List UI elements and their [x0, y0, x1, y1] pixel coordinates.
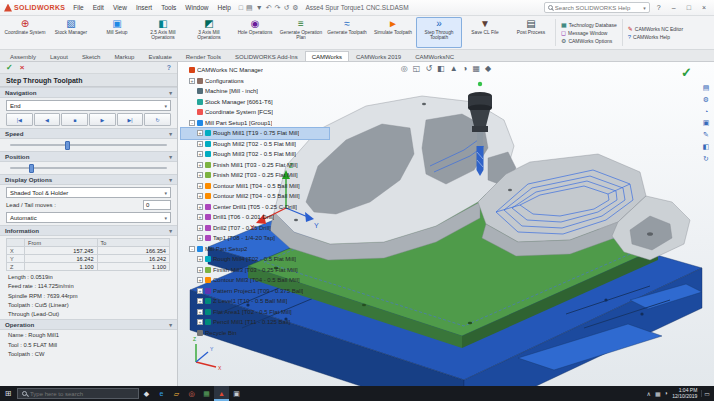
ribbon-button[interactable]: ▼ Save CL File	[462, 17, 508, 48]
help-search-input[interactable]	[555, 5, 641, 11]
action-center-icon[interactable]: ▭	[701, 390, 710, 397]
menu-item[interactable]: Tools	[157, 3, 180, 12]
graphics-viewport[interactable]: X Y Z Z X Y ◎◱↺◧▲◑▦◆ ✓ ▤⚙◔▣✎◧↻	[178, 62, 714, 386]
tree-expander[interactable]: +	[197, 235, 203, 241]
tree-item[interactable]: + Finish Mill3 [T03 - 0.25 Flat Mill]	[181, 265, 329, 276]
ribbon-button[interactable]: ◉ Hole Operations	[232, 17, 278, 48]
tree-item[interactable]: + Rough Mill2 [T02 - 0.5 Flat Mill]	[181, 139, 329, 150]
quick-access-icon[interactable]: ⚙	[292, 4, 298, 12]
tree-expander[interactable]: +	[197, 172, 203, 178]
quick-access-icon[interactable]: ▼	[256, 4, 263, 11]
right-toolbar-icon[interactable]: ▤	[703, 84, 710, 92]
menu-item[interactable]: File	[69, 3, 87, 12]
view-toolbar-icon[interactable]: ▲	[450, 64, 458, 73]
section-display-options[interactable]: Display Options ▾	[0, 174, 177, 185]
view-toolbar-icon[interactable]: ◱	[413, 64, 421, 73]
right-toolbar-icon[interactable]: ◧	[703, 143, 710, 151]
tree-item[interactable]: + Rough Mill4 [T02 - 0.5 Flat Mill]	[181, 254, 329, 265]
command-tab[interactable]: CAMWorks	[305, 51, 349, 61]
lead-tail-moves-input[interactable]: 0	[143, 200, 171, 210]
ribbon-button[interactable]: » Step Through Toolpath	[416, 17, 462, 48]
ribbon-small-button[interactable]: ◻ Message Window	[561, 30, 617, 36]
quick-access-icon[interactable]: ↷	[275, 4, 281, 12]
tool-display-dropdown[interactable]: Shaded Tool & Holder ▾	[6, 187, 171, 198]
command-tab[interactable]: Render Tools	[179, 51, 228, 61]
tree-expander[interactable]: +	[197, 309, 203, 315]
section-information[interactable]: Information ▾	[0, 225, 177, 236]
help-search[interactable]: ▾	[544, 2, 650, 13]
tree-expander[interactable]: +	[197, 277, 203, 283]
taskbar-app-icon[interactable]: ◆	[139, 386, 154, 401]
right-toolbar-icon[interactable]: ◔	[704, 108, 708, 115]
view-toolbar-icon[interactable]: ◧	[437, 64, 445, 73]
view-toolbar-icon[interactable]: ◑	[463, 64, 468, 73]
chevron-down-icon[interactable]: ▾	[643, 5, 646, 11]
ribbon-small-button[interactable]: ▦ Technology Database	[561, 22, 617, 28]
tree-item[interactable]: + Rough Mill3 [T02 - 0.5 Flat Mill]	[181, 149, 329, 160]
ok-button[interactable]: ✓	[6, 63, 13, 72]
tree-expander[interactable]: +	[197, 193, 203, 199]
taskbar-app-icon[interactable]: ▱	[169, 386, 184, 401]
menu-item[interactable]: Insert	[132, 3, 156, 12]
taskbar-app-icon[interactable]: ◎	[184, 386, 199, 401]
tree-expander[interactable]: +	[197, 141, 203, 147]
taskbar-clock[interactable]: 1:04 PM 12/10/2019	[672, 388, 697, 400]
cancel-button[interactable]: ×	[20, 63, 25, 72]
tree-item[interactable]: Recycle Bin	[181, 328, 329, 339]
tree-item[interactable]: + Drill1 [T06 - 0.201 Drill]	[181, 212, 329, 223]
quick-access-icon[interactable]: ▤	[246, 4, 253, 12]
position-slider[interactable]	[10, 162, 167, 174]
tree-item[interactable]: + Finish Mill1 [T03 - 0.25 Flat Mill]	[181, 160, 329, 171]
ribbon-button[interactable]: ◩ 3 Axis Mill Operations	[186, 17, 232, 48]
tree-expander[interactable]: +	[197, 214, 203, 220]
tree-expander[interactable]: +	[197, 151, 203, 157]
right-toolbar-icon[interactable]: ↻	[703, 155, 709, 163]
tree-item[interactable]: + Contour Mill2 [T04 - 0.5 Ball Mill]	[181, 191, 329, 202]
close-button[interactable]: ×	[698, 3, 710, 12]
ribbon-button[interactable]: ≈ Generate Toolpath	[324, 17, 370, 48]
section-speed[interactable]: Speed ▾	[0, 128, 177, 139]
ribbon-small-button[interactable]: ✎ CAMWorks NC Editor	[628, 26, 683, 32]
confirmation-check-icon[interactable]: ✓	[681, 65, 692, 80]
tree-expander[interactable]: +	[197, 319, 203, 325]
tree-expander[interactable]: +	[197, 288, 203, 294]
ribbon-small-button[interactable]: ? CAMWorks Help	[628, 34, 683, 40]
custom-moves-dropdown[interactable]: Automatic ▾	[6, 212, 171, 223]
tree-item[interactable]: + Center Drill1 [T05 - 0.25 C-Drill]	[181, 202, 329, 213]
tree-expander[interactable]: -	[189, 120, 195, 126]
tree-item[interactable]: CAMWorks NC Manager	[181, 65, 329, 76]
tree-item[interactable]: + Pencil Mill1 [T11 - 0.125 Ball]	[181, 317, 329, 328]
tree-expander[interactable]	[189, 88, 195, 94]
position-slider-thumb[interactable]	[29, 164, 34, 173]
tree-item[interactable]: + Rough Mill1 [T19 - 0.75 Flat Mill]	[181, 128, 329, 139]
taskbar-app-icon[interactable]: ▦	[199, 386, 214, 401]
tree-item[interactable]: + Pattern Project1 [T09 - 0.375 Ball]	[181, 286, 329, 297]
tree-expander[interactable]: +	[197, 130, 203, 136]
menu-item[interactable]: Window	[181, 3, 212, 12]
panel-help-button[interactable]: ?	[167, 64, 171, 71]
ribbon-button[interactable]: ▧ Stock Manager	[48, 17, 94, 48]
quick-access-icon[interactable]: ↺	[283, 4, 289, 12]
taskbar-app-icon[interactable]: ▲	[214, 386, 229, 401]
tree-item[interactable]: - Mill Part Setup2	[181, 244, 329, 255]
tree-item[interactable]: + Contour Mill3 [T04 - 0.5 Ball Mill]	[181, 275, 329, 286]
menu-item[interactable]: Edit	[89, 3, 108, 12]
taskbar-search-input[interactable]	[30, 391, 122, 397]
command-tab[interactable]: Evaluate	[141, 51, 178, 61]
tree-item[interactable]: + Configurations	[181, 76, 329, 87]
playback-button[interactable]: ▶|	[117, 113, 144, 126]
playback-button[interactable]: |◀	[6, 113, 33, 126]
playback-button[interactable]: ◀	[34, 113, 61, 126]
menu-item[interactable]: View	[109, 3, 131, 12]
ribbon-button[interactable]: ⊕ Coordinate System	[2, 17, 48, 48]
tree-expander[interactable]: +	[197, 298, 203, 304]
command-tab[interactable]: CAMWorksNC	[408, 51, 461, 61]
tray-icon[interactable]: ◗	[665, 390, 669, 397]
tree-item[interactable]: + Tap1 [T08 - 1/4-20 Tap]	[181, 233, 329, 244]
section-operation[interactable]: Operation ▾	[0, 319, 177, 330]
menu-item[interactable]: Help	[213, 3, 234, 12]
ribbon-small-button[interactable]: ⚙ CAMWorks Options	[561, 38, 617, 44]
quick-access-icon[interactable]: ↶	[266, 4, 272, 12]
tree-expander[interactable]: -	[189, 246, 195, 252]
tree-expander[interactable]: +	[197, 183, 203, 189]
